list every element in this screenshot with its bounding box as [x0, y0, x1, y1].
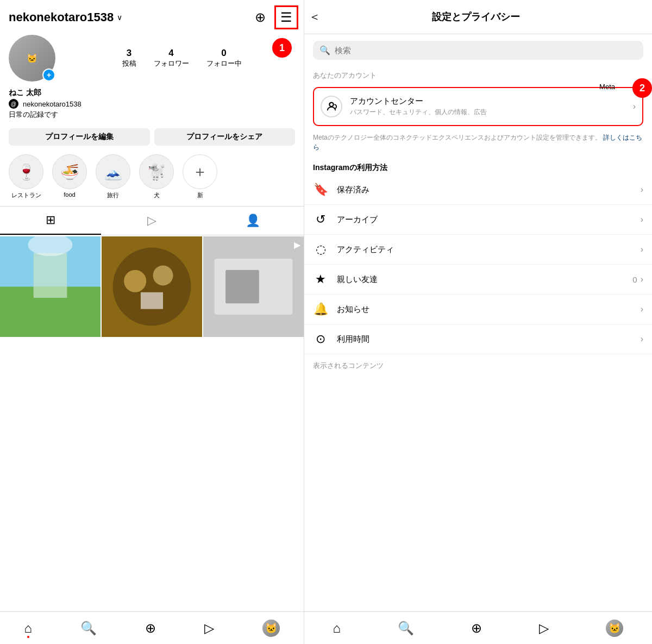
reels-nav-icon: ▷: [204, 621, 214, 636]
screen-time-label: 利用時間: [337, 334, 632, 345]
profile-buttons: プロフィールを編集 プロフィールをシェア: [0, 124, 304, 150]
avatar-plus-icon[interactable]: +: [42, 68, 55, 82]
close-friends-right: 0 ›: [632, 274, 643, 284]
instagram-section-title: Instagramの利用方法: [304, 157, 652, 175]
stats-group: 3 投稿 4 フォロワー 0 フォロー中: [68, 48, 295, 68]
highlight-food[interactable]: 🍜 food: [52, 154, 87, 198]
tabs-row: ⊞ ▷ 👤: [0, 206, 304, 235]
right-nav-create[interactable]: ⊕: [471, 621, 482, 636]
search-nav-icon: 🔍: [80, 621, 97, 636]
display-name: ねこ 太郎: [9, 88, 295, 98]
nav-profile[interactable]: 🐱: [262, 620, 280, 637]
photo-grid: ▶: [0, 235, 304, 338]
account-center-subtitle: パスワード、セキュリティ、個人の情報、広告: [350, 108, 625, 117]
right-nav-profile[interactable]: 🐱: [606, 620, 623, 637]
right-search-icon: 🔍: [398, 621, 414, 636]
right-nav-reels[interactable]: ▷: [539, 621, 549, 636]
threads-icon: @: [9, 99, 18, 109]
activity-right: ›: [641, 245, 643, 254]
notifications-item[interactable]: 🔔 お知らせ ›: [304, 295, 652, 324]
nav-home[interactable]: ⌂: [24, 621, 32, 636]
right-home-icon: ⌂: [333, 621, 341, 636]
screen-time-right: ›: [641, 334, 643, 344]
nav-active-dot: [27, 636, 29, 638]
followers-stat: 4 フォロワー: [154, 48, 189, 68]
screen-time-item[interactable]: ⊙ 利用時間 ›: [304, 324, 652, 354]
grid-item-1[interactable]: [0, 236, 101, 337]
tagged-icon: 👤: [246, 214, 260, 228]
edit-profile-button[interactable]: プロフィールを編集: [9, 128, 150, 146]
grid-item-3[interactable]: ▶: [203, 236, 304, 337]
screen-time-chevron-icon: ›: [641, 334, 643, 344]
search-input[interactable]: [335, 46, 637, 55]
account-center-icon: [321, 96, 342, 117]
svg-point-6: [124, 270, 146, 292]
right-panel-title: 設定とプライバシー: [325, 10, 627, 23]
account-center-chevron-icon: ›: [633, 102, 636, 111]
search-box[interactable]: 🔍: [313, 41, 643, 60]
screen-time-icon: ⊙: [313, 332, 328, 346]
account-center-item[interactable]: Meta 2 アカウントセンター パスワード、セキュリティ、個人の情報、広告 ›: [313, 87, 643, 126]
highlight-label-dog: 犬: [154, 191, 160, 199]
create-icon: ⊕: [145, 621, 156, 636]
grid-item-2[interactable]: [102, 236, 202, 337]
meta-description: Metaのテクノロジー全体のコネクテッドエクスペリエンスおよびアカウント設定を管…: [304, 130, 652, 157]
archive-item[interactable]: ↺ アーカイブ ›: [304, 205, 652, 235]
saved-right: ›: [641, 185, 643, 195]
account-section-label: あなたのアカウント: [304, 66, 652, 83]
meta-description-text: Metaのテクノロジー全体のコネクテッドエクスペリエンスおよびアカウント設定を管…: [313, 134, 601, 141]
tab-reels[interactable]: ▷: [101, 207, 202, 235]
tab-tagged[interactable]: 👤: [203, 207, 304, 235]
nav-create[interactable]: ⊕: [145, 621, 156, 636]
nav-reels[interactable]: ▷: [204, 621, 214, 636]
posts-label: 投稿: [122, 59, 136, 68]
right-bottom-nav: ⌂ 🔍 ⊕ ▷ 🐱: [304, 611, 652, 644]
step-1-annotation: 1: [272, 38, 292, 58]
highlight-travel[interactable]: 🗻 旅行: [96, 154, 130, 199]
right-nav-home[interactable]: ⌂: [333, 621, 341, 636]
highlight-restaurant[interactable]: 🍷 レストラン: [9, 154, 43, 199]
new-post-icon[interactable]: ⊕: [252, 9, 269, 26]
reel-badge-icon: ▶: [294, 240, 300, 250]
right-create-icon: ⊕: [471, 621, 482, 636]
notifications-right: ›: [641, 304, 643, 314]
right-nav-search[interactable]: 🔍: [398, 621, 414, 636]
hamburger-menu-icon[interactable]: ☰: [278, 9, 295, 26]
activity-item[interactable]: ◌ アクティビティ ›: [304, 235, 652, 265]
account-center-text: アカウントセンター パスワード、セキュリティ、個人の情報、広告: [350, 96, 625, 117]
archive-icon: ↺: [313, 212, 328, 227]
activity-label: アクティビティ: [337, 245, 632, 255]
followers-label: フォロワー: [154, 59, 189, 68]
archive-right: ›: [641, 215, 643, 224]
highlight-dog[interactable]: 🐩 犬: [139, 154, 174, 199]
username-chevron-icon[interactable]: ∨: [117, 13, 122, 22]
saved-item[interactable]: 🔖 保存済み ›: [304, 175, 652, 205]
content-section-label: 表示されるコンテンツ: [304, 354, 652, 373]
archive-label: アーカイブ: [337, 215, 632, 225]
username-text: nekonekotaro1538: [9, 10, 114, 24]
tab-grid[interactable]: ⊞: [0, 207, 101, 235]
nav-search[interactable]: 🔍: [80, 621, 97, 636]
left-panel: nekonekotaro1538 ∨ ⊕ ☰ 1 🐱 + 3 投稿 4 フォロワ…: [0, 0, 304, 644]
highlight-circle-dog: 🐩: [139, 154, 174, 189]
close-friends-item[interactable]: ★ 親しい友達 0 ›: [304, 265, 652, 295]
profile-stats: 🐱 + 3 投稿 4 フォロワー 0 フォロー中: [0, 30, 304, 86]
grid-photo-2: [102, 236, 202, 337]
close-friends-label: 親しい友達: [337, 274, 624, 285]
svg-point-5: [113, 248, 191, 326]
bio-text: 日常の記録です: [9, 110, 295, 120]
highlight-new[interactable]: ＋ 新: [183, 154, 217, 199]
right-panel: ＜ 設定とプライバシー 🔍 あなたのアカウント Meta 2 アカウントセンター…: [304, 0, 652, 644]
share-profile-button[interactable]: プロフィールをシェア: [154, 128, 296, 146]
avatar-image: 🐱: [27, 53, 37, 64]
step-2-annotation: 2: [632, 78, 652, 98]
posts-stat: 3 投稿: [122, 48, 136, 68]
highlight-circle-food: 🍜: [52, 154, 87, 189]
activity-chevron-icon: ›: [641, 245, 643, 254]
threads-handle: nekonekotaro1538: [23, 100, 82, 108]
close-friends-chevron-icon: ›: [641, 274, 643, 284]
back-arrow-icon[interactable]: ＜: [309, 9, 321, 25]
close-friends-icon: ★: [313, 272, 328, 286]
highlight-label-travel: 旅行: [107, 191, 119, 199]
left-bottom-nav: ⌂ 🔍 ⊕ ▷ 🐱: [0, 611, 304, 644]
